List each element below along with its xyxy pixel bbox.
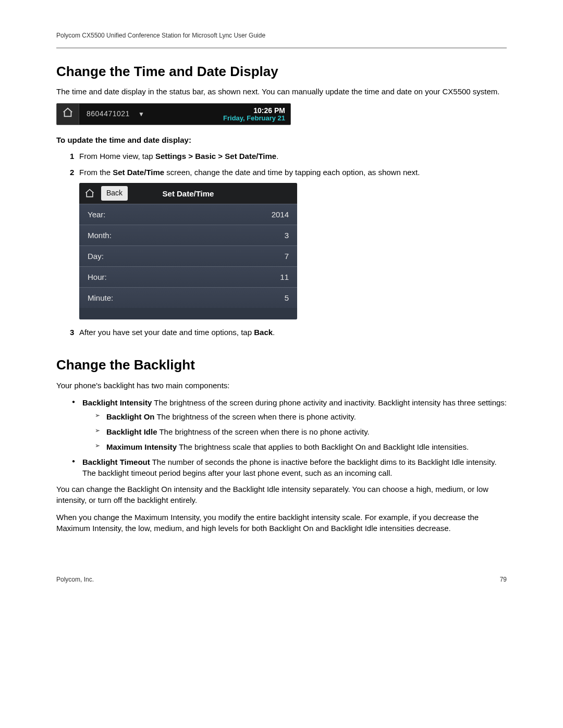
home-icon [62,107,74,121]
value-year: 2014 [272,209,289,220]
phone-number: 8604471021 [87,109,130,119]
row-hour: Hour: 11 [79,266,297,287]
heading-time-date: Change the Time and Date Display [56,62,507,81]
row-year: Year: 2014 [79,204,297,225]
back-button: Back [101,186,128,201]
label-max: Maximum Intensity [106,442,177,451]
running-header: Polycom CX5500 Unified Conference Statio… [56,31,507,40]
dropdown-caret-icon: ▼ [138,110,144,119]
home-icon [79,183,100,204]
arrow-idle: Backlight Idle The brightness of the scr… [95,426,507,437]
label-timeout: Backlight Timeout [82,458,150,466]
row-month: Month: 3 [79,225,297,245]
value-month: 3 [285,230,289,241]
intensity-sublist: Backlight On The brightness of the scree… [95,411,507,452]
steps-list: 1 From Home view, tap Settings > Basic >… [56,151,507,178]
step-1: 1 From Home view, tap Settings > Basic >… [70,151,507,162]
text-on: The brightness of the screen when there … [155,412,356,421]
text-intensity: The brightness of the screen during phon… [152,398,507,407]
value-hour: 11 [280,272,289,282]
screenshot-padding [79,308,297,319]
home-icon-box [57,104,79,125]
label-year: Year: [88,209,105,220]
backlight-p2: When you change the Maximum Intensity, y… [56,512,507,534]
page-footer: Polycom, Inc. 79 [56,575,507,584]
clock-date: Friday, February 21 [223,115,285,122]
backlight-intro: Your phone's backlight has two main comp… [56,380,507,391]
text-max: The brightness scale that applies to bot… [177,442,469,451]
footer-company: Polycom, Inc. [56,575,94,584]
step-1-path: Settings > Basic > Set Date/Time [155,152,276,161]
value-day: 7 [285,251,289,262]
heading-backlight: Change the Backlight [56,355,507,374]
row-minute: Minute: 5 [79,287,297,308]
arrow-on: Backlight On The brightness of the scree… [95,411,507,422]
label-idle: Backlight Idle [106,427,157,436]
clock-time: 10:26 PM [223,106,285,115]
steps-list-continued: 3 After you have set your date and time … [56,327,507,338]
step-3-back: Back [254,328,273,337]
label-hour: Hour: [88,272,107,282]
label-minute: Minute: [88,292,113,303]
procedure-heading: To update the time and date display: [56,134,507,145]
step-2-text-b: screen, change the date and time by tapp… [164,168,420,177]
bullet-intensity: Backlight Intensity The brightness of th… [72,397,507,452]
step-3-text: After you have set your date and time op… [79,328,254,337]
screenshot-header: Back Set Date/Time [79,183,297,204]
row-day: Day: 7 [79,245,297,266]
status-bar-screenshot: 8604471021 ▼ 10:26 PM Friday, February 2… [56,103,291,125]
label-month: Month: [88,230,112,241]
header-rule [56,47,507,48]
step-1-text-a: From Home view, tap [79,152,155,161]
step-3: 3 After you have set your date and time … [70,327,507,338]
text-idle: The brightness of the screen when there … [157,427,370,436]
set-date-time-screenshot: Back Set Date/Time Year: 2014 Month: 3 D… [79,183,297,319]
label-intensity: Backlight Intensity [82,398,152,407]
time-date-block: 10:26 PM Friday, February 21 [223,106,290,122]
arrow-max: Maximum Intensity The brightness scale t… [95,441,507,452]
label-day: Day: [88,251,104,262]
backlight-list: Backlight Intensity The brightness of th… [56,397,507,478]
bullet-timeout: Backlight Timeout The number of seconds … [72,456,507,478]
footer-page-number: 79 [500,575,507,584]
intro-paragraph: The time and date display in the status … [56,86,507,97]
step-2-screen: Set Date/Time [113,168,164,177]
backlight-p1: You can change the Backlight On intensit… [56,484,507,505]
value-minute: 5 [285,292,289,303]
step-2-text-a: From the [79,168,113,177]
label-on: Backlight On [106,412,155,421]
step-2: 2 From the Set Date/Time screen, change … [70,167,507,178]
